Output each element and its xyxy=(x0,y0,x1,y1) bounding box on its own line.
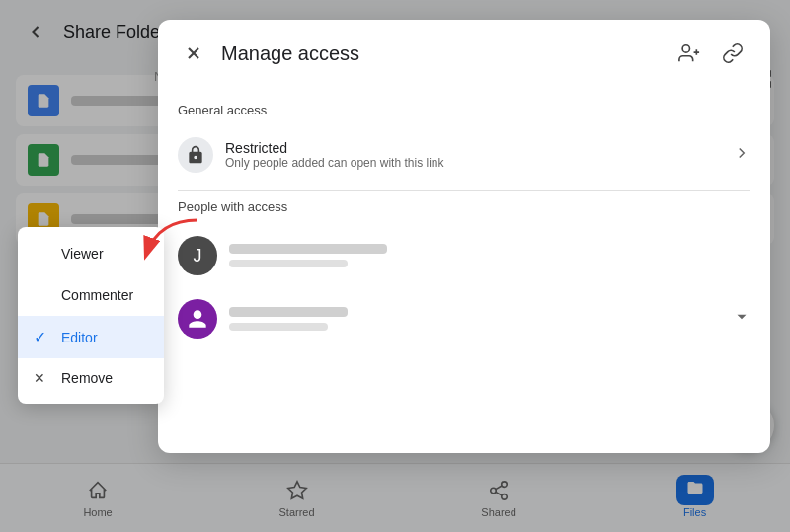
access-desc: Only people added can open with this lin… xyxy=(225,156,721,170)
modal-header-actions xyxy=(672,36,750,71)
svg-point-28 xyxy=(682,45,689,52)
access-info: Restricted Only people added can open wi… xyxy=(225,140,721,170)
modal-title: Manage access xyxy=(221,42,660,65)
person-row-2 xyxy=(178,287,750,350)
person-info-2 xyxy=(229,307,721,331)
check-editor-icon: ✓ xyxy=(34,328,51,346)
modal-header: Manage access xyxy=(158,20,770,87)
editor-label: Editor xyxy=(61,330,98,345)
person-email-blur-1 xyxy=(229,260,348,267)
person-name-blur-1 xyxy=(229,244,387,254)
access-row[interactable]: Restricted Only people added can open wi… xyxy=(178,127,750,183)
close-button[interactable] xyxy=(178,38,209,69)
dropdown-item-editor[interactable]: ✓ Editor xyxy=(18,316,164,358)
person-name-blur-2 xyxy=(229,307,348,317)
access-title: Restricted xyxy=(225,140,721,156)
modal-body: General access Restricted Only people ad… xyxy=(158,87,770,453)
avatar-1: J xyxy=(178,236,217,275)
person-email-blur-2 xyxy=(229,323,328,331)
role-dropdown-button[interactable] xyxy=(733,308,750,331)
commenter-label: Commenter xyxy=(61,287,133,303)
person-row-1: J xyxy=(178,224,750,287)
access-chevron-icon xyxy=(733,144,750,167)
role-dropdown-menu: Viewer Commenter ✓ Editor ✕ Remove xyxy=(18,227,164,404)
viewer-label: Viewer xyxy=(61,246,104,262)
avatar-2 xyxy=(178,299,217,339)
divider-1 xyxy=(178,190,750,191)
dropdown-item-commenter[interactable]: Commenter xyxy=(18,274,164,316)
check-placeholder-commenter xyxy=(34,286,51,304)
people-label: People with access xyxy=(178,199,750,214)
person-info-1 xyxy=(229,244,750,267)
dropdown-item-remove[interactable]: ✕ Remove xyxy=(18,358,164,398)
general-access-label: General access xyxy=(178,103,750,117)
dropdown-item-viewer[interactable]: Viewer xyxy=(18,233,164,274)
add-person-button[interactable] xyxy=(672,36,707,71)
remove-label: Remove xyxy=(61,370,113,386)
check-placeholder-viewer xyxy=(34,245,51,263)
x-remove-icon: ✕ xyxy=(34,370,51,386)
restricted-icon xyxy=(178,137,213,173)
copy-link-button[interactable] xyxy=(715,36,750,71)
manage-access-modal: Manage access General access xyxy=(158,20,770,453)
